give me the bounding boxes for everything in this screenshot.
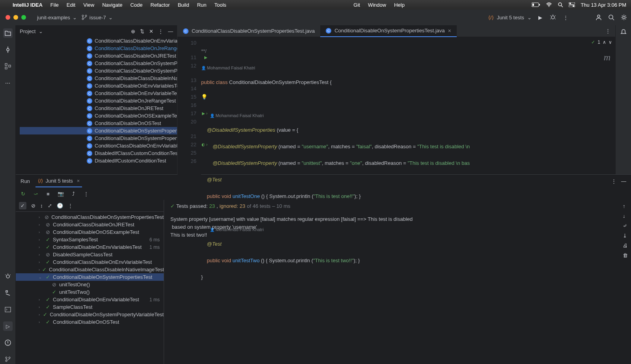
rerun-failed-icon[interactable]: ⤻: [32, 190, 39, 198]
svg-point-19: [597, 15, 600, 17]
stop-icon[interactable]: ■: [44, 190, 52, 198]
search-everywhere-icon[interactable]: [607, 13, 615, 21]
collapse-all-icon[interactable]: ✕: [149, 28, 153, 34]
clock[interactable]: Thu 13 Apr 3:06 PM: [581, 2, 626, 8]
minimize-window-icon[interactable]: [13, 15, 18, 20]
more-actions-icon[interactable]: ⋮: [562, 13, 569, 21]
commit-tool-icon[interactable]: [3, 45, 13, 54]
git-branch-dropdown[interactable]: issue-7 ⌄: [82, 15, 113, 21]
structure-tool-icon[interactable]: [3, 62, 13, 71]
check-icon: ✓: [591, 39, 595, 45]
prev-highlight-icon[interactable]: ∧: [603, 39, 606, 45]
problems-tool-icon[interactable]: [3, 338, 13, 347]
search-icon[interactable]: [558, 2, 563, 7]
run-gutter-icon[interactable]: ▶ ›: [202, 109, 207, 118]
more-icon[interactable]: ⋮: [82, 190, 90, 198]
build-tool-icon[interactable]: [3, 288, 13, 298]
git-tool-icon[interactable]: [3, 355, 13, 364]
expand-icon[interactable]: ⤢: [48, 203, 52, 209]
debug-tool-icon[interactable]: [3, 272, 13, 281]
tree-item: CConditionalDisableOnOSExampleTest: [20, 112, 177, 119]
run-gutter-icon[interactable]: ◐ ›: [202, 140, 207, 149]
code-with-me-icon[interactable]: [595, 13, 603, 21]
svg-point-11: [85, 15, 87, 17]
chevron-down-icon[interactable]: ⌄: [39, 28, 43, 34]
more-icon[interactable]: ⋮: [158, 28, 163, 34]
more-icon[interactable]: ⋮: [68, 203, 73, 209]
editor-tab[interactable]: C ConditionalDisableOnSystemPropertiesTe…: [320, 25, 457, 37]
run-tab-label: Junit 5 tests: [45, 178, 73, 184]
class-icon: C: [87, 46, 92, 51]
scroll-down-icon[interactable]: ↓: [623, 213, 628, 219]
svg-point-8: [569, 3, 571, 4]
debug-button[interactable]: [549, 13, 557, 21]
run-button[interactable]: ▶: [536, 13, 544, 21]
terminal-tool-icon[interactable]: [3, 305, 13, 314]
next-highlight-icon[interactable]: ∨: [609, 39, 612, 45]
notifications-icon[interactable]: [620, 28, 627, 35]
expand-all-icon[interactable]: ⇅: [140, 28, 144, 34]
menu-code[interactable]: Code: [130, 2, 142, 8]
close-window-icon[interactable]: [6, 15, 10, 20]
history-icon[interactable]: 🕐: [57, 203, 63, 209]
tree-item: CConditionalClassDisableOnJreRangeTest: [20, 45, 177, 52]
soft-wrap-icon[interactable]: ⤶: [623, 223, 628, 229]
menu-edit[interactable]: Edit: [67, 2, 75, 8]
inspection-widget[interactable]: ✓ 1 ∧ ∨: [591, 39, 612, 45]
control-center-icon[interactable]: [569, 2, 575, 7]
console-output[interactable]: System property [username] with value [f…: [170, 215, 625, 239]
close-tab-icon[interactable]: ×: [77, 178, 80, 184]
scroll-up-icon[interactable]: ↑: [623, 203, 628, 209]
dump-threads-icon[interactable]: 📷: [57, 190, 65, 198]
scroll-to-end-icon[interactable]: ⤓: [623, 233, 628, 239]
clear-icon[interactable]: 🗑: [623, 252, 628, 258]
menu-navigate[interactable]: Navigate: [102, 2, 122, 8]
svg-line-15: [550, 15, 551, 16]
wifi-icon[interactable]: [546, 2, 552, 7]
class-icon: C: [87, 91, 92, 96]
select-opened-icon[interactable]: ⊕: [131, 28, 135, 34]
more-tools-icon[interactable]: ⋯: [3, 78, 13, 88]
print-icon[interactable]: 🖨: [623, 243, 628, 248]
project-dropdown[interactable]: junit-examples ⌄: [37, 15, 77, 21]
svg-line-5: [561, 6, 563, 7]
test-item: ›⊘DisabledSampleClassTest: [16, 251, 164, 258]
menu-build[interactable]: Build: [178, 2, 189, 8]
run-tool-icon[interactable]: ▷: [3, 321, 13, 331]
maximize-window-icon[interactable]: [21, 15, 26, 20]
menu-run[interactable]: Run: [197, 2, 207, 8]
passed-label: Tests passed:: [176, 203, 208, 209]
battery-icon[interactable]: [532, 2, 540, 7]
maven-icon[interactable]: m: [604, 52, 610, 63]
menu-git[interactable]: Git: [353, 2, 360, 8]
project-tool-icon[interactable]: [3, 28, 13, 38]
chevron-down-icon: ⌄: [527, 15, 532, 21]
menu-file[interactable]: File: [50, 2, 59, 8]
settings-icon[interactable]: [620, 13, 628, 21]
menu-view[interactable]: View: [83, 2, 94, 8]
close-tab-icon[interactable]: ×: [448, 28, 451, 34]
show-ignored-icon[interactable]: ⊘: [31, 203, 35, 209]
show-passed-icon[interactable]: ✓: [19, 202, 26, 209]
exit-icon[interactable]: ⤴: [69, 190, 77, 198]
menu-window[interactable]: Window: [368, 2, 386, 8]
project-tree[interactable]: CConditionalClassDisableOnEnvVariableTes…: [16, 37, 177, 174]
editor-tab[interactable]: C ConditionalClassDisableOnSystemPropert…: [177, 25, 320, 37]
tab-more-icon[interactable]: ⋮: [605, 28, 610, 34]
run-gutter-icon[interactable]: ▶: [204, 53, 207, 62]
run-config-selector[interactable]: ⟨/⟩ Junit 5 tests ⌄: [488, 15, 532, 21]
svg-point-20: [609, 15, 613, 19]
app-name[interactable]: IntelliJ IDEA: [13, 2, 43, 8]
menu-refactor[interactable]: Refactor: [151, 2, 170, 8]
skip-icon: ⊘: [45, 252, 50, 258]
sort-icon[interactable]: ↕: [40, 203, 43, 209]
hide-panel-icon[interactable]: —: [621, 178, 626, 184]
menu-help[interactable]: Help: [394, 2, 405, 8]
pass-icon: ✓: [45, 244, 50, 250]
rerun-icon[interactable]: ↻: [19, 190, 27, 198]
intention-bulb-icon[interactable]: 💡: [201, 93, 207, 101]
run-tab[interactable]: ⟨/⟩ Junit 5 tests ×: [35, 175, 82, 187]
menu-tools[interactable]: Tools: [214, 2, 226, 8]
test-list[interactable]: ›⊘ConditionalClassDisableOnSystemPropert…: [16, 212, 164, 327]
hide-panel-icon[interactable]: —: [168, 28, 173, 34]
